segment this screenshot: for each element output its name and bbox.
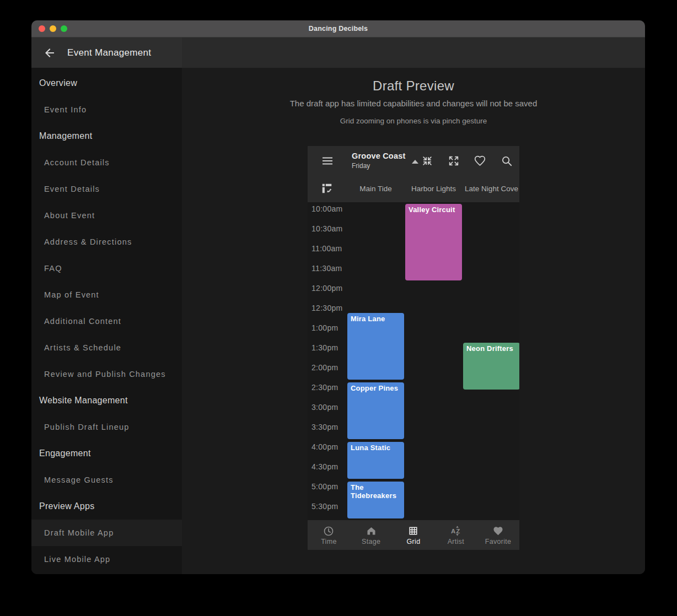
schedule-grid[interactable]: 10:00am10:30am11:00am11:30am12:00pm12:30… xyxy=(308,202,519,520)
sidebar-item-draft-mobile-app[interactable]: Draft Mobile App xyxy=(31,520,182,546)
home-icon xyxy=(365,525,377,537)
compress-icon xyxy=(421,155,433,167)
time-label: 2:00pm xyxy=(311,363,346,372)
stage-column-header-main-tide[interactable]: Main Tide xyxy=(347,175,405,202)
svg-text:A: A xyxy=(451,528,455,534)
nav-tab-label: Artist xyxy=(448,538,464,545)
back-button[interactable] xyxy=(43,46,56,60)
pivot-view-button[interactable] xyxy=(321,182,333,194)
collapse-caret-icon[interactable] xyxy=(412,160,418,164)
nav-tab-label: Grid xyxy=(407,538,421,545)
sidebar-item-account-details[interactable]: Account Details xyxy=(31,149,182,176)
clock-icon xyxy=(323,525,335,537)
app-window: Dancing Decibels Event Management Overvi… xyxy=(31,20,645,574)
pivot-table-icon xyxy=(321,182,333,194)
sidebar-item-event-info[interactable]: Event Info xyxy=(31,96,182,123)
zoom-out-grid-button[interactable] xyxy=(421,154,433,167)
time-label: 1:00pm xyxy=(311,323,346,332)
nav-tab-artist[interactable]: AZArtist xyxy=(434,520,477,550)
event-block-copper-pines[interactable]: Copper Pines xyxy=(347,382,404,439)
sidebar-header: Event Management xyxy=(31,37,182,68)
phone-bottom-nav: TimeStageGridAZArtistFavorite xyxy=(308,520,519,550)
event-artist-name: Neon Drifters xyxy=(466,344,513,353)
event-artist-name: Mira Lane xyxy=(351,315,385,323)
sidebar-item-event-details[interactable]: Event Details xyxy=(31,176,182,202)
nav-tab-label: Time xyxy=(321,538,337,545)
time-label: 5:30pm xyxy=(311,502,346,511)
sidebar-item-map-of-event[interactable]: Map of Event xyxy=(31,282,182,308)
hamburger-icon xyxy=(321,154,334,167)
event-block-luna-static[interactable]: Luna Static xyxy=(347,442,404,479)
main-header-band xyxy=(182,37,645,68)
event-block-valley-circuit[interactable]: Valley Circuit xyxy=(405,204,462,280)
time-label: 11:00am xyxy=(311,244,346,253)
event-artist-name: Copper Pines xyxy=(351,384,398,392)
time-label: 3:00pm xyxy=(311,403,346,412)
time-label: 12:00pm xyxy=(311,284,346,293)
nav-tab-grid[interactable]: Grid xyxy=(393,520,435,550)
time-label: 3:30pm xyxy=(311,423,346,431)
nav-tab-time[interactable]: Time xyxy=(308,520,350,550)
time-label: 11:30am xyxy=(311,264,346,273)
search-button[interactable] xyxy=(500,154,513,167)
selected-day: Friday xyxy=(352,162,405,170)
zoom-in-grid-button[interactable] xyxy=(447,154,460,167)
sidebar-item-additional-content[interactable]: Additional Content xyxy=(31,308,182,334)
sidebar-item-review-and-publish-changes[interactable]: Review and Publish Changes xyxy=(31,361,182,387)
sidebar-section-website-management: Website Management xyxy=(31,387,182,414)
sidebar-item-faq[interactable]: FAQ xyxy=(31,255,182,282)
search-icon xyxy=(501,155,513,167)
day-selector[interactable]: Groove Coast Friday xyxy=(352,152,405,170)
time-label: 5:00pm xyxy=(311,482,346,491)
time-label: 12:30pm xyxy=(311,304,346,312)
sidebar-section-overview: Overview xyxy=(31,70,182,96)
stage-column-header-harbor-lights[interactable]: Harbor Lights xyxy=(405,175,463,202)
menu-button[interactable] xyxy=(321,154,334,167)
stage-header-row: Main TideHarbor LightsLate Night Cove xyxy=(308,175,519,202)
expand-icon xyxy=(448,155,460,167)
event-artist-name: The Tidebreakers xyxy=(351,483,396,500)
nav-tab-favorite[interactable]: Favorite xyxy=(477,520,519,550)
back-arrow-icon xyxy=(43,46,56,60)
time-label: 10:00am xyxy=(311,204,346,213)
event-artist-name: Valley Circuit xyxy=(409,206,455,214)
sidebar-title: Event Management xyxy=(67,47,151,58)
nav-tab-stage[interactable]: Stage xyxy=(350,520,393,550)
event-block-mira-lane[interactable]: Mira Lane xyxy=(347,313,404,380)
event-block-the-tidebreakers[interactable]: The Tidebreakers xyxy=(347,482,404,518)
sidebar-item-address-directions[interactable]: Address & Directions xyxy=(31,229,182,255)
time-label: 4:30pm xyxy=(311,462,346,471)
page-subtitle: The draft app has limited capabilities a… xyxy=(182,99,645,109)
phone-appbar: Groove Coast Friday xyxy=(308,146,519,175)
appbar-actions xyxy=(421,154,513,167)
svg-text:Z: Z xyxy=(456,528,460,534)
event-artist-name: Luna Static xyxy=(351,444,390,452)
heart-filled-icon xyxy=(492,525,504,537)
window-content: Event Management OverviewEvent InfoManag… xyxy=(31,37,645,574)
sort-alpha-icon: AZ xyxy=(450,525,462,537)
time-label: 1:30pm xyxy=(311,343,346,352)
sidebar-section-preview-apps: Preview Apps xyxy=(31,493,182,520)
sidebar-item-message-guests[interactable]: Message Guests xyxy=(31,467,182,493)
stage-column-header-late-night-cove[interactable]: Late Night Cove xyxy=(463,175,520,202)
festival-title: Groove Coast xyxy=(352,152,405,160)
event-block-neon-drifters[interactable]: Neon Drifters xyxy=(463,343,519,390)
sidebar-item-about-event[interactable]: About Event xyxy=(31,202,182,229)
time-label: 4:00pm xyxy=(311,442,346,451)
page-hint: Grid zooming on phones is via pinch gest… xyxy=(182,116,645,126)
favorites-filter-button[interactable] xyxy=(474,154,486,167)
sidebar: Event Management OverviewEvent InfoManag… xyxy=(31,37,182,574)
sidebar-item-artists-schedule[interactable]: Artists & Schedule xyxy=(31,334,182,361)
sidebar-section-management: Management xyxy=(31,123,182,149)
grid-icon xyxy=(407,525,420,537)
heart-outline-icon xyxy=(474,154,486,167)
sidebar-item-live-mobile-app[interactable]: Live Mobile App xyxy=(31,546,182,572)
window-title: Dancing Decibels xyxy=(31,25,645,33)
nav-tab-label: Favorite xyxy=(485,538,512,545)
time-label: 2:30pm xyxy=(311,383,346,392)
nav-tab-label: Stage xyxy=(362,538,380,545)
main-panel: Draft Preview The draft app has limited … xyxy=(182,37,645,574)
window-titlebar: Dancing Decibels xyxy=(31,20,645,37)
time-label: 10:30am xyxy=(311,224,346,233)
sidebar-item-publish-draft-lineup[interactable]: Publish Draft Lineup xyxy=(31,414,182,440)
